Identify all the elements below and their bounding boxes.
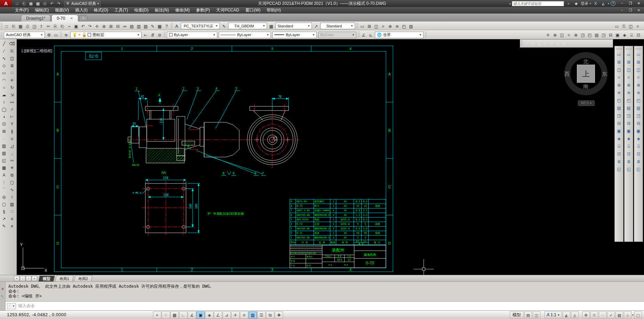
revision-table-icon[interactable]: ◫ [615, 66, 623, 74]
linetype-combo[interactable]: ByLayer▼ [219, 32, 271, 38]
make-block-icon[interactable]: ⊞ [0, 128, 8, 135]
menu-item-0[interactable]: 文件(F) [12, 7, 32, 14]
hole-icon[interactable]: ⊟ [625, 120, 633, 127]
tab-prev-button[interactable]: ‹ [20, 276, 25, 281]
layer-isolate-icon[interactable]: ⊘ [156, 31, 163, 38]
divide-icon[interactable]: ⋮ [0, 179, 8, 186]
open-icon[interactable]: ⎗ [21, 0, 27, 7]
mirror-icon[interactable]: ◫ [8, 55, 16, 62]
align-icon[interactable]: ≡ [8, 215, 16, 223]
object-snap-tracking-icon[interactable]: ∠ [214, 311, 222, 319]
pin-icon[interactable]: ◱ [625, 165, 633, 173]
polar-tracking-icon[interactable]: ∡ [188, 311, 196, 319]
sky-icon[interactable]: ◈ [621, 31, 628, 38]
shaft-icon[interactable]: ◰ [625, 97, 633, 104]
trusted-dwg-icon[interactable]: ✓ [607, 311, 615, 318]
weld-symbol-icon[interactable]: ⊟ [615, 120, 623, 127]
tab-next-button[interactable]: › [26, 276, 31, 281]
new-tab-button[interactable]: + [79, 15, 88, 21]
new-icon[interactable]: □ [3, 23, 10, 30]
gear-icon[interactable]: ⊕ [625, 81, 633, 89]
coupling-icon[interactable]: ⊡ [625, 150, 633, 158]
save-icon[interactable]: ▦ [28, 0, 34, 7]
dim-style-combo[interactable]: TH_GBDIM▼ [228, 23, 267, 29]
menu-item-9[interactable]: 参数(P) [193, 7, 213, 14]
text-style-combo[interactable]: PC_TEXTSTYLE▼ [181, 23, 220, 29]
dim-style-tool-icon[interactable]: ≣ [615, 158, 623, 165]
seal-icon[interactable]: ⌸ [625, 142, 633, 150]
blend-icon[interactable]: ∾ [8, 157, 16, 164]
aligned-dimension-icon[interactable]: ⊞ [366, 23, 373, 30]
polygon-icon[interactable]: ◇ [0, 62, 8, 69]
ucs-world-icon[interactable]: ∠ [360, 31, 367, 38]
grid-display-icon[interactable]: ⁙ [162, 311, 170, 319]
wcs-dropdown[interactable]: WCS ▾ [578, 100, 595, 106]
workspace-switcher[interactable]: ⚙ AutoCAD 经典 ▾ [64, 1, 100, 6]
zoom-realtime-icon[interactable]: ⊕ [552, 31, 558, 38]
new-icon[interactable]: □ [14, 0, 20, 7]
ucs-named-icon[interactable]: ⊾ [367, 31, 374, 38]
layout-tab-布局1[interactable]: 布局1 [55, 276, 74, 281]
chamfer-tool-icon[interactable]: ≣ [635, 158, 642, 165]
view-cube-east[interactable]: 东 [602, 71, 607, 77]
open-icon[interactable]: ⎗ [10, 23, 17, 30]
document-tab-0-70[interactable]: 0-70✕ [51, 15, 78, 22]
tray-menu-arrow-icon[interactable]: ▾ [632, 313, 634, 317]
pulley-icon[interactable]: ≣ [625, 158, 633, 165]
edit-hatch-icon[interactable]: ▨ [8, 201, 16, 208]
layer-combo[interactable]: 💡 ☀ 🔓 图框层▼ [70, 32, 142, 38]
knurl-icon[interactable]: ◱ [635, 165, 642, 173]
view-cube[interactable]: 上 北 南 西 东 [564, 52, 607, 95]
plot-icon[interactable]: ⎙ [24, 23, 31, 30]
line-icon[interactable]: ╱ [0, 40, 8, 48]
zoom-window-icon[interactable]: ⊞ [107, 23, 114, 30]
thread-icon[interactable]: ◳ [625, 112, 633, 120]
rectangle-icon[interactable]: ▭ [0, 69, 8, 77]
viewport-controls[interactable]: [-][俯视][二维线框] [22, 48, 52, 54]
zoom-previous-icon[interactable]: ⊟ [114, 23, 121, 30]
region-icon[interactable]: ◱ [0, 157, 8, 164]
properties-icon[interactable]: ≔ [121, 23, 128, 30]
groove-icon[interactable]: ⊡ [635, 150, 642, 158]
annotation-visibility-icon[interactable]: ◭ [563, 311, 570, 318]
wrench-icon[interactable]: 🔧 [0, 294, 5, 299]
tray-lamp-icon[interactable]: ♨ [624, 311, 631, 318]
point-icon[interactable]: ∙ [0, 135, 8, 142]
redo-icon[interactable]: ↷ [87, 23, 94, 30]
lock-ui-icon[interactable]: ⚿ [620, 23, 627, 30]
cam-icon[interactable]: ◰ [635, 97, 642, 104]
edit-polyline-icon[interactable]: ∿ [8, 186, 16, 194]
model-space-button[interactable]: 模型 [510, 311, 524, 318]
multiline-text-icon[interactable]: A [0, 172, 8, 179]
view-cube-west[interactable]: 西 [564, 71, 570, 77]
circle-icon[interactable]: ○ [0, 84, 8, 91]
back-view-icon[interactable]: ◪ [555, 40, 561, 47]
ungroup-icon[interactable]: ▢ [8, 179, 16, 186]
layer-properties-icon[interactable]: ≋ [63, 31, 70, 38]
group-icon[interactable]: ⧉ [8, 172, 16, 179]
flange-icon[interactable]: ◈ [625, 135, 633, 142]
minimize-button[interactable]: − [618, 1, 626, 6]
chevron-down-icon[interactable]: ▾ [608, 2, 609, 5]
plot-preview-icon[interactable]: ◲ [31, 23, 38, 30]
diameter-dimension-icon[interactable]: ⌗ [380, 23, 387, 30]
linear-dimension-icon[interactable]: ▭ [359, 23, 366, 30]
command-prompt-icon[interactable]: 〉▼ [7, 303, 16, 309]
zoom-realtime-icon[interactable]: ⊕ [100, 23, 107, 30]
paper-frame-icon[interactable]: ▭ [615, 51, 623, 58]
gradient-icon[interactable]: ▧ [0, 150, 8, 157]
performance-tuner-icon[interactable]: ▧ [615, 311, 623, 318]
sun-icon[interactable]: ▣ [614, 31, 621, 38]
annotation-monitor-icon[interactable]: ✚ [275, 311, 283, 319]
workspace-combo[interactable]: AutoCAD 经典▼ [4, 32, 45, 38]
selection-cycling-icon[interactable]: ⧉ [266, 311, 274, 319]
copy-icon[interactable]: ⎘ [52, 23, 59, 30]
plate-icon[interactable]: ◈ [635, 135, 642, 142]
lights-icon[interactable]: ◳ [600, 31, 607, 38]
login-label[interactable]: 登录 [581, 1, 588, 6]
plot-icon[interactable]: ⎙ [42, 0, 48, 7]
text-style-tool-icon[interactable]: ⊡ [615, 150, 623, 158]
autodesk-icon[interactable]: ◭ [600, 0, 606, 7]
ray-icon[interactable]: ↗ [0, 215, 8, 223]
pan-icon[interactable]: ✛ [94, 23, 100, 30]
